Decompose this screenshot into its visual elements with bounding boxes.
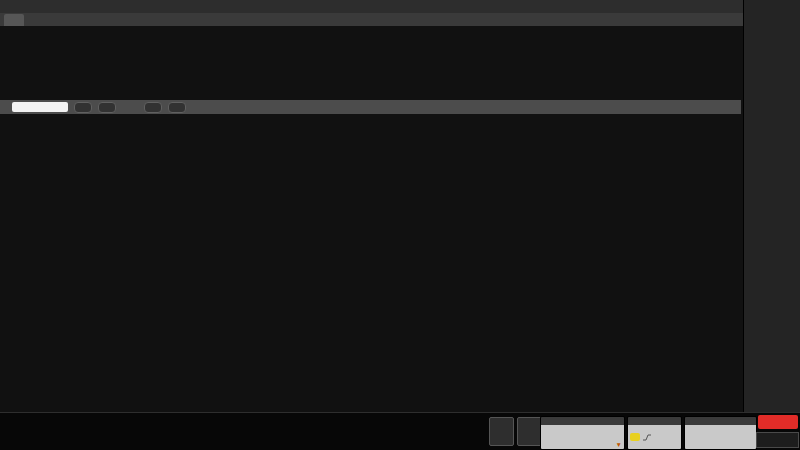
trigger-badge[interactable] bbox=[627, 416, 682, 450]
afg-button[interactable] bbox=[517, 417, 542, 446]
oscilloscope-app: ▼ bbox=[0, 0, 800, 450]
hzoom-plus-button[interactable] bbox=[74, 102, 92, 113]
vzoom-plus-button[interactable] bbox=[144, 102, 162, 113]
waveform-plots[interactable] bbox=[0, 26, 743, 412]
preview-button[interactable] bbox=[758, 415, 798, 429]
bottom-bar: ▼ bbox=[0, 412, 800, 450]
datetime-display bbox=[756, 432, 799, 448]
hzoom-minus-button[interactable] bbox=[98, 102, 116, 113]
tab-waveform-view[interactable] bbox=[4, 14, 24, 26]
right-sidebar bbox=[743, 0, 800, 412]
trigger-source-chip bbox=[630, 433, 640, 441]
horizontal-position: ▼ bbox=[616, 441, 622, 449]
trigger-title bbox=[628, 417, 681, 425]
tab-bar bbox=[0, 13, 743, 26]
acquisition-title bbox=[685, 417, 756, 425]
horizontal-zoom-scale-input[interactable] bbox=[12, 102, 68, 112]
menu-bar bbox=[0, 0, 743, 13]
horizontal-badge[interactable]: ▼ bbox=[540, 416, 625, 450]
trigger-pos-icon: ▼ bbox=[616, 441, 622, 448]
vzoom-minus-button[interactable] bbox=[168, 102, 186, 113]
dvm-button[interactable] bbox=[489, 417, 514, 446]
horizontal-title bbox=[541, 417, 624, 425]
acquisition-badge[interactable] bbox=[684, 416, 757, 450]
zoom-toolbar bbox=[0, 100, 741, 114]
rising-edge-icon bbox=[643, 433, 652, 442]
